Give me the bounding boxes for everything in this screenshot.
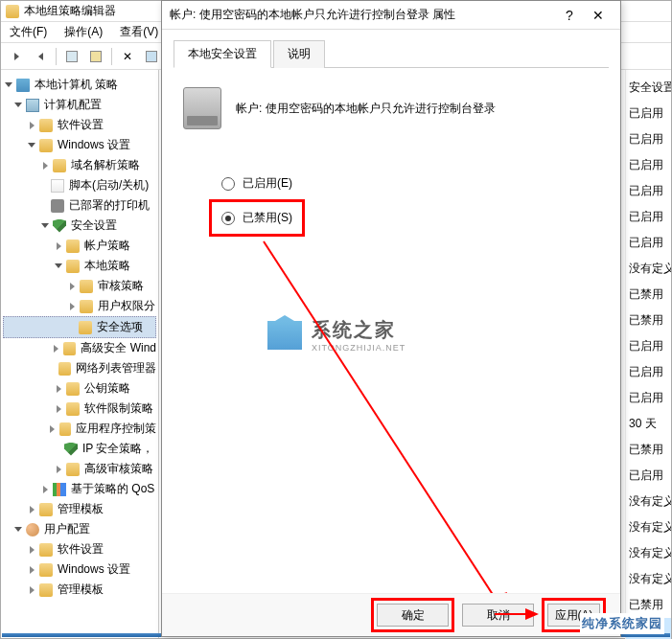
cancel-button[interactable]: 取消: [462, 604, 534, 627]
annotation-arrow: [258, 236, 526, 624]
folder-icon: [39, 583, 53, 597]
tree-local-policies[interactable]: 本地策略: [3, 256, 156, 276]
tree-ip-security[interactable]: IP 安全策略，: [3, 439, 156, 459]
tree-account-policies[interactable]: 帐户策略: [3, 236, 156, 256]
shield-icon: [64, 443, 78, 456]
tree-user-windows[interactable]: Windows 设置: [3, 559, 156, 580]
folder-icon: [66, 260, 80, 273]
tool-forward[interactable]: [30, 46, 51, 67]
folder-icon: [39, 119, 53, 132]
folder-icon: [53, 159, 66, 172]
tree-user-software[interactable]: 软件设置: [3, 539, 156, 559]
tab-security-settings[interactable]: 本地安全设置: [174, 40, 271, 68]
radio-icon-checked: [221, 212, 235, 225]
folder-icon: [58, 362, 71, 376]
list-item[interactable]: 已禁用: [626, 282, 671, 308]
watermark-text: 系统之家: [312, 317, 406, 343]
list-item[interactable]: 已启用: [626, 333, 671, 359]
users-icon: [26, 523, 39, 536]
list-item[interactable]: 已启用: [626, 359, 671, 385]
list-item[interactable]: 没有定义: [626, 489, 671, 514]
tree-windows-settings[interactable]: Windows 设置: [3, 135, 156, 155]
tool-back[interactable]: [6, 46, 27, 67]
menu-action[interactable]: 操作(A): [60, 22, 106, 42]
side-header[interactable]: 安全设置: [626, 75, 671, 101]
tree-public-key[interactable]: 公钥策略: [3, 378, 156, 399]
list-item[interactable]: 30 天: [626, 411, 671, 437]
tree-adv-security[interactable]: 高级安全 Wind: [3, 338, 156, 358]
list-item[interactable]: 已启用: [626, 385, 671, 411]
tool-up[interactable]: [61, 46, 82, 67]
watermark: 系统之家 XITONGZHIJIA.NET: [267, 317, 406, 353]
radio-enabled-label: 已启用(E): [243, 175, 292, 192]
dialog-title-bar[interactable]: 帐户: 使用空密码的本地帐户只允许进行控制台登录 属性 ? ✕: [162, 1, 620, 30]
qos-icon: [53, 483, 66, 496]
list-item[interactable]: 没有定义: [626, 256, 671, 282]
folder-icon: [66, 402, 80, 416]
tree-computer-config[interactable]: 计算机配置: [3, 95, 156, 115]
highlight-box-ok: 确定: [371, 598, 454, 632]
tree-printers[interactable]: 已部署的打印机: [3, 195, 156, 216]
tree-security-settings[interactable]: 安全设置: [3, 216, 156, 236]
tree-app-control[interactable]: 应用程序控制策: [3, 419, 156, 439]
properties-dialog: 帐户: 使用空密码的本地帐户只允许进行控制台登录 属性 ? ✕ 本地安全设置 说…: [161, 0, 621, 637]
list-item[interactable]: 没有定义: [626, 540, 671, 566]
folder-icon: [80, 280, 93, 293]
tree-user-admin[interactable]: 管理模板: [3, 580, 156, 600]
radio-enabled[interactable]: 已启用(E): [221, 168, 561, 199]
policy-icon: [16, 79, 30, 92]
tree-qos[interactable]: 基于策略的 QoS: [3, 479, 156, 499]
list-item[interactable]: 已启用: [626, 204, 671, 230]
tree-adv-audit[interactable]: 高级审核策略: [3, 459, 156, 479]
tree-user-rights[interactable]: 用户权限分: [3, 296, 156, 316]
dialog-tabs: 本地安全设置 说明: [174, 39, 609, 68]
folder-icon: [39, 563, 53, 577]
list-item[interactable]: 已禁用: [626, 437, 671, 463]
folder-icon: [59, 422, 71, 436]
tree-software-settings[interactable]: 软件设置: [3, 115, 156, 135]
tree-network-list[interactable]: 网络列表管理器: [3, 358, 156, 378]
tree-software-restrict[interactable]: 软件限制策略: [3, 399, 156, 419]
list-item[interactable]: 已启用: [626, 178, 671, 204]
list-item[interactable]: 已启用: [626, 126, 671, 152]
folder-icon: [63, 342, 76, 355]
policy-name: 帐户: 使用空密码的本地帐户只允许进行控制台登录: [236, 101, 496, 117]
list-item[interactable]: 没有定义: [626, 514, 671, 540]
menu-view[interactable]: 查看(V): [116, 22, 162, 42]
list-item[interactable]: 已启用: [626, 152, 671, 178]
page-watermark: 纯净系统家园: [580, 613, 664, 634]
menu-file[interactable]: 文件(F): [6, 22, 51, 42]
list-item[interactable]: 已启用: [626, 463, 671, 489]
tree-audit-policy[interactable]: 审核策略: [3, 276, 156, 296]
tab-explain[interactable]: 说明: [273, 40, 325, 68]
ok-button[interactable]: 确定: [377, 604, 449, 627]
list-item[interactable]: 已启用: [626, 101, 671, 126]
tree-dns-policy[interactable]: 域名解析策略: [3, 155, 156, 175]
tree-security-options[interactable]: 安全选项: [3, 316, 156, 338]
dialog-title: 帐户: 使用空密码的本地帐户只允许进行控制台登录 属性: [170, 7, 555, 23]
folder-icon: [39, 543, 53, 557]
tool-props[interactable]: [85, 46, 106, 67]
svg-line-0: [264, 241, 502, 609]
dialog-help-button[interactable]: ?: [555, 8, 584, 23]
tool-delete[interactable]: ✕: [117, 46, 138, 67]
computer-icon: [26, 99, 39, 112]
folder-icon: [39, 503, 53, 516]
list-item[interactable]: 已启用: [626, 230, 671, 256]
list-item[interactable]: 已禁用: [626, 308, 671, 333]
watermark-url: XITONGZHIJIA.NET: [312, 343, 406, 353]
folder-icon: [66, 382, 80, 396]
dialog-close-button[interactable]: ✕: [584, 8, 613, 23]
list-item[interactable]: 没有定义: [626, 566, 671, 592]
tree-admin-templates[interactable]: 管理模板: [3, 499, 156, 519]
radio-disabled[interactable]: 已禁用(S): [221, 202, 292, 234]
tree-user-config[interactable]: 用户配置: [3, 519, 156, 539]
script-icon: [51, 179, 64, 193]
tree-scripts[interactable]: 脚本(启动/关机): [3, 175, 156, 195]
folder-icon: [66, 463, 80, 476]
shield-icon: [53, 219, 66, 233]
tool-view1[interactable]: [141, 46, 162, 67]
folder-icon: [66, 240, 80, 253]
app-icon: [6, 5, 19, 18]
tree-root[interactable]: 本地计算机 策略: [3, 75, 156, 95]
